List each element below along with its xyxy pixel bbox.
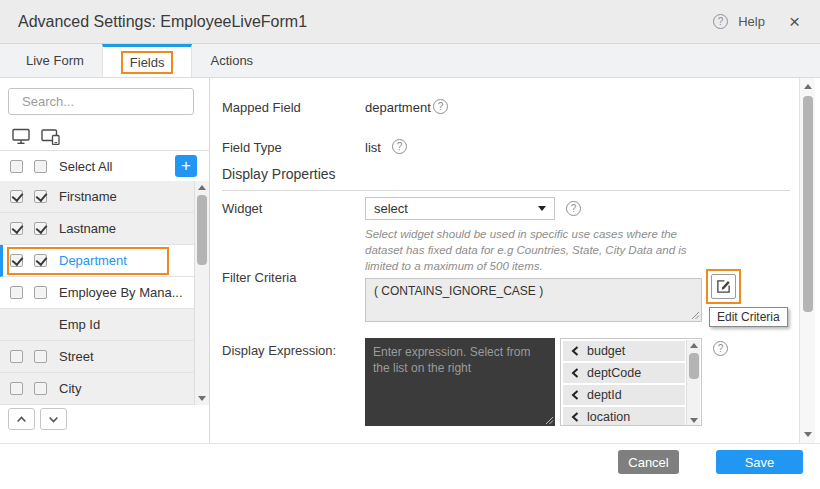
filter-criteria-textarea[interactable]: ( CONTAINS_IGNORE_CASE ) (365, 278, 702, 322)
scroll-down-icon[interactable] (804, 432, 812, 437)
scrollbar-thumb[interactable] (803, 96, 813, 312)
mobile-checkbox[interactable] (34, 382, 47, 395)
field-row-emp-id[interactable]: Emp Id (0, 309, 209, 341)
resize-grip-icon[interactable] (545, 416, 554, 425)
field-settings-panel: Mapped Field department ? Field Type lis… (211, 78, 799, 443)
move-down-button[interactable] (40, 408, 67, 430)
widget-select-value: select (374, 201, 408, 216)
field-row-department[interactable]: Department (0, 245, 209, 277)
field-row-city[interactable]: City (0, 373, 209, 405)
scrollbar-thumb[interactable] (689, 353, 699, 379)
chevron-left-icon (571, 412, 579, 422)
chevron-down-icon (48, 414, 59, 425)
chevron-left-icon (571, 390, 579, 400)
search-box (8, 88, 194, 115)
web-checkbox[interactable] (10, 350, 23, 363)
field-type-value: list (365, 140, 381, 155)
mobile-checkbox[interactable] (34, 222, 47, 235)
mobile-tablet-icon[interactable] (41, 128, 61, 145)
scroll-down-icon[interactable] (198, 396, 206, 401)
field-label: Firstname (59, 189, 117, 204)
web-checkbox[interactable] (10, 222, 23, 235)
fields-sidebar: Select All + Firstname Lastname Depa (0, 78, 210, 443)
mapped-field-help-icon[interactable]: ? (433, 99, 448, 114)
field-row-street[interactable]: Street (0, 341, 209, 373)
field-type-help-icon[interactable]: ? (392, 139, 407, 154)
scroll-up-icon[interactable] (198, 185, 206, 190)
expression-option-deptcode[interactable]: deptCode (563, 363, 685, 383)
dropdown-caret-icon (538, 206, 546, 211)
desktop-icon[interactable] (12, 128, 31, 145)
help-icon[interactable]: ? (713, 14, 728, 29)
widget-help-text: Select widget should be used in specific… (365, 226, 713, 274)
select-all-label: Select All (59, 159, 112, 174)
save-button[interactable]: Save (716, 450, 803, 474)
main-panel-scrollbar[interactable] (799, 78, 815, 443)
scroll-up-icon[interactable] (804, 84, 812, 89)
dialog-title: Advanced Settings: EmployeeLiveForm1 (18, 13, 307, 31)
select-all-mobile-checkbox[interactable] (34, 160, 47, 173)
field-label: City (59, 381, 81, 396)
resize-grip-icon[interactable] (691, 311, 700, 320)
reorder-controls (8, 408, 67, 430)
field-label: Department (59, 253, 127, 268)
field-row-firstname[interactable]: Firstname (0, 181, 209, 213)
dialog-header: Advanced Settings: EmployeeLiveForm1 ? H… (0, 0, 820, 44)
tab-fields[interactable]: Fields (102, 44, 193, 77)
filter-criteria-value: ( CONTAINS_IGNORE_CASE ) (374, 284, 543, 298)
field-label: Emp Id (59, 317, 100, 332)
expression-option-deptid[interactable]: deptId (563, 385, 685, 405)
mobile-checkbox[interactable] (34, 190, 47, 203)
mobile-checkbox[interactable] (34, 350, 47, 363)
expression-option-location[interactable]: location (563, 407, 685, 426)
web-checkbox[interactable] (10, 382, 23, 395)
scrollbar-thumb[interactable] (197, 195, 207, 265)
web-checkbox[interactable] (10, 190, 23, 203)
display-expression-editor[interactable]: Enter expression. Select from the list o… (365, 338, 555, 426)
close-icon[interactable]: × (789, 12, 800, 31)
field-label: Street (59, 349, 94, 364)
expression-option-budget[interactable]: budget (563, 341, 685, 361)
field-list: Firstname Lastname Department Employee (0, 181, 209, 405)
widget-help-icon[interactable]: ? (566, 201, 581, 216)
expression-field-list: budget deptCode deptId location (560, 338, 702, 426)
expression-list-scrollbar[interactable] (686, 340, 700, 426)
device-view-toggle (0, 123, 210, 151)
edit-criteria-button[interactable] (711, 274, 736, 299)
option-label: budget (587, 344, 625, 358)
help-link[interactable]: Help (738, 14, 765, 29)
field-row-employee-by-manager[interactable]: Employee By Mana... (0, 277, 209, 309)
option-label: deptCode (587, 366, 641, 380)
tab-live-form[interactable]: Live Form (8, 44, 102, 77)
display-properties-heading: Display Properties (222, 166, 790, 191)
chevron-left-icon (571, 368, 579, 378)
search-input[interactable] (22, 94, 198, 109)
edit-criteria-tooltip: Edit Criteria (709, 307, 788, 327)
tab-bar: Live Form Fields Actions (0, 44, 820, 78)
select-all-row: Select All + (0, 151, 209, 181)
mapped-field-label: Mapped Field (222, 100, 301, 115)
cancel-button[interactable]: Cancel (618, 450, 679, 474)
scroll-up-icon[interactable] (690, 343, 698, 348)
mobile-checkbox[interactable] (34, 286, 47, 299)
field-label: Employee By Mana... (59, 285, 183, 300)
add-field-button[interactable]: + (175, 155, 197, 177)
display-expression-placeholder: Enter expression. Select from the list o… (373, 345, 530, 375)
web-checkbox[interactable] (10, 286, 23, 299)
tab-label: Live Form (26, 53, 84, 68)
widget-select[interactable]: select (365, 197, 555, 220)
move-up-button[interactable] (8, 408, 35, 430)
option-label: deptId (587, 388, 622, 402)
dialog-body: Select All + Firstname Lastname Depa (0, 78, 820, 443)
chevron-left-icon (571, 346, 579, 356)
sidebar-scrollbar[interactable] (194, 181, 209, 405)
mobile-checkbox[interactable] (34, 254, 47, 267)
edit-pencil-icon (716, 279, 731, 294)
display-expression-help-icon[interactable]: ? (713, 341, 728, 356)
field-row-lastname[interactable]: Lastname (0, 213, 209, 245)
web-checkbox[interactable] (10, 254, 23, 267)
select-all-web-checkbox[interactable] (10, 160, 23, 173)
advanced-settings-dialog: Advanced Settings: EmployeeLiveForm1 ? H… (0, 0, 820, 489)
scroll-down-icon[interactable] (690, 418, 698, 423)
tab-actions[interactable]: Actions (192, 44, 271, 77)
